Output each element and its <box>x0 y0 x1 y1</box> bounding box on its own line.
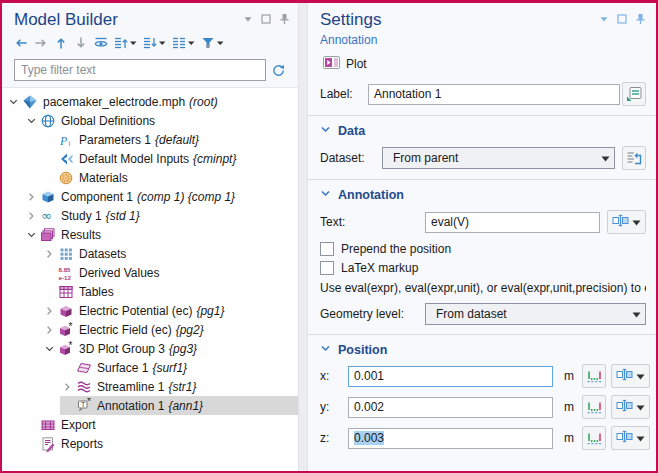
back-button[interactable] <box>12 35 30 54</box>
range-icon[interactable] <box>582 426 606 450</box>
svg-text:i: i <box>69 140 71 147</box>
chevron-right-icon[interactable] <box>60 379 75 395</box>
tree-item-reports[interactable]: Reports <box>2 434 298 453</box>
position-x-input[interactable]: 0.001 <box>348 366 553 387</box>
tree-item-label: Derived Values <box>79 266 159 280</box>
chevron-down-icon[interactable] <box>24 227 39 243</box>
settings-breadcrumb[interactable]: Annotation <box>320 33 646 47</box>
node-label-icon <box>171 35 187 54</box>
panel-float-icon[interactable] <box>261 14 271 24</box>
reports-icon <box>39 436 57 452</box>
position-x-options-button[interactable] <box>611 364 650 388</box>
position-y-label: y: <box>320 400 348 414</box>
position-z-options-button[interactable] <box>611 426 650 450</box>
tree-item-tag: (comp 1) {comp 1} <box>137 190 235 204</box>
tree-item-label: Tables <box>79 285 114 299</box>
tree-item-datasets[interactable]: Datasets <box>2 244 298 263</box>
filter-input[interactable] <box>14 59 266 81</box>
tree-item-electric-potential-ec[interactable]: Electric Potential (ec){pg1} <box>2 301 298 320</box>
expand-tree-button[interactable] <box>112 35 139 54</box>
prepend-position-checkbox[interactable] <box>320 242 334 256</box>
move-up-button[interactable] <box>52 35 70 54</box>
chevron-down-icon <box>632 215 641 229</box>
latex-markup-checkbox[interactable] <box>320 261 334 275</box>
move-down-button[interactable] <box>72 35 90 54</box>
model-builder-toolbar <box>12 35 290 53</box>
position-x-row: x:0.001m <box>320 364 646 388</box>
tree-item-label: Annotation 1 <box>97 399 164 413</box>
tree-item-pacemaker-electrode-mph[interactable]: pacemaker_electrode.mph(root) <box>2 92 298 111</box>
chevron-down-icon[interactable] <box>42 341 57 357</box>
tree-item-results[interactable]: Results <box>2 225 298 244</box>
chevron-down-icon[interactable] <box>24 113 39 129</box>
tree-item-label: pacemaker_electrode.mph <box>43 95 185 109</box>
chevron-right-icon[interactable] <box>24 189 39 205</box>
chevron-right-icon[interactable] <box>42 246 57 262</box>
surface-plot-icon <box>75 360 93 376</box>
svg-text:P: P <box>59 133 68 147</box>
forward-button[interactable] <box>32 35 50 54</box>
annotation-section-header[interactable]: Annotation <box>320 188 646 202</box>
chevron-down-icon[interactable] <box>6 94 21 110</box>
position-z-input[interactable]: 0.003 <box>348 428 553 449</box>
settings-pin-icon[interactable] <box>635 13 646 25</box>
settings-float-icon[interactable] <box>617 14 627 24</box>
tree-item-3d-plot-group-3[interactable]: *3D Plot Group 3{pg3} <box>2 339 298 358</box>
filter-button[interactable] <box>199 35 226 54</box>
label-settings-icon[interactable] <box>622 82 646 106</box>
position-section-header[interactable]: Position <box>320 343 646 357</box>
tree-item-default-model-inputs[interactable]: Default Model Inputs{cminpt} <box>2 149 298 168</box>
tree-item-global-definitions[interactable]: Global Definitions <box>2 111 298 130</box>
svg-text:*: * <box>87 398 91 407</box>
tree-item-electric-field-ec[interactable]: *Electric Field (ec){pg2} <box>2 320 298 339</box>
tree-item-surface-1[interactable]: Surface 1{surf1} <box>2 358 298 377</box>
annotation-text-input[interactable]: eval(V) <box>425 212 600 233</box>
section-collapse-icon <box>320 124 331 138</box>
tree-item-derived-values[interactable]: 8.85e-12Derived Values <box>2 263 298 282</box>
collapse-tree-button[interactable] <box>141 35 168 54</box>
tree-item-parameters-1[interactable]: PiParameters 1{default} <box>2 130 298 149</box>
geometry-level-select[interactable]: From dataset <box>425 303 646 325</box>
tree-item-component-1[interactable]: Component 1(comp 1) {comp 1} <box>2 187 298 206</box>
edit-field-icon <box>612 214 629 230</box>
tree-item-materials[interactable]: Materials <box>2 168 298 187</box>
chevron-right-icon[interactable] <box>24 208 39 224</box>
range-icon[interactable] <box>582 364 606 388</box>
latex-markup-label: LaTeX markup <box>341 261 418 275</box>
tree-item-label: Study 1 <box>61 209 102 223</box>
node-label-button[interactable] <box>170 35 197 54</box>
position-y-input[interactable]: 0.002 <box>348 397 553 418</box>
chevron-down-icon <box>636 400 645 414</box>
tree-item-tables[interactable]: Tables <box>2 282 298 301</box>
position-z-label: z: <box>320 431 348 445</box>
tree-item-annotation-1[interactable]: T*Annotation 1{ann1} <box>2 396 298 415</box>
range-icon[interactable] <box>582 395 606 419</box>
show-button[interactable] <box>92 35 110 54</box>
refresh-icon[interactable] <box>266 63 290 78</box>
position-y-options-button[interactable] <box>611 395 650 419</box>
dataset-select[interactable]: From parent <box>382 147 615 169</box>
chevron-right-icon[interactable] <box>42 322 57 338</box>
position-y-unit: m <box>561 400 577 414</box>
tree-item-label: Materials <box>79 171 128 185</box>
text-field-options-button[interactable] <box>607 210 646 234</box>
chevron-down-icon <box>187 35 196 54</box>
tree-item-streamline-1[interactable]: Streamline 1{str1} <box>2 377 298 396</box>
label-input[interactable]: Annotation 1 <box>368 84 620 105</box>
dataset-goto-source-icon[interactable] <box>622 146 646 170</box>
tree-item-study-1[interactable]: ∞Study 1{std 1} <box>2 206 298 225</box>
position-x-label: x: <box>320 369 348 383</box>
data-section-header[interactable]: Data <box>320 124 646 138</box>
tree-scrollbar[interactable] <box>298 3 308 471</box>
plot-button[interactable]: Plot <box>320 54 370 74</box>
settings-panel: Settings Annotation Plot Label: Annotati… <box>308 3 656 471</box>
chevron-right-icon[interactable] <box>42 303 57 319</box>
eval-help-text: Use eval(expr), eval(expr,unit), or eval… <box>320 281 646 295</box>
settings-menu-icon[interactable] <box>599 14 609 24</box>
panel-menu-icon[interactable] <box>243 14 253 24</box>
plot-icon <box>323 56 340 72</box>
panel-pin-icon[interactable] <box>279 13 290 25</box>
materials-icon <box>57 170 75 186</box>
tree-item-export[interactable]: Export <box>2 415 298 434</box>
derived-values-icon: 8.85e-12 <box>57 265 75 281</box>
